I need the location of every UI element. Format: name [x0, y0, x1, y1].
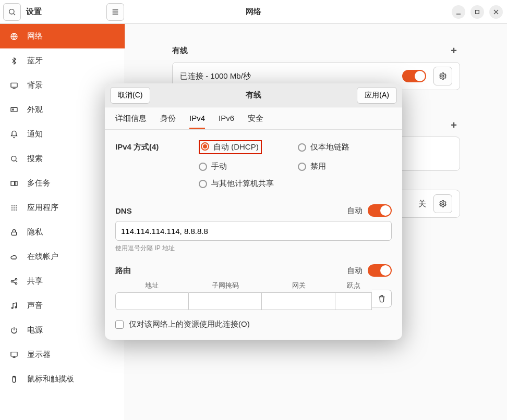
monitor-icon	[9, 350, 19, 360]
svg-rect-7	[11, 181, 15, 186]
route-auto-label: 自动	[347, 266, 363, 276]
route-gateway-input[interactable]	[262, 292, 335, 310]
app-title: 设置	[26, 7, 42, 17]
radio-manual[interactable]: 手动	[199, 162, 293, 171]
dialog-header: 取消(C) 有线 应用(A)	[105, 83, 402, 107]
radio-disable[interactable]: 禁用	[298, 162, 392, 171]
sidebar-item-label: 鼠标和触摸板	[27, 374, 74, 384]
search-button[interactable]	[3, 3, 21, 21]
globe-icon	[9, 32, 19, 41]
only-this-network-row[interactable]: 仅对该网络上的资源使用此连接(O)	[115, 319, 392, 329]
sidebar-item-bluetooth[interactable]: 蓝牙	[0, 48, 125, 73]
appearance-icon	[9, 105, 19, 115]
svg-point-13	[14, 207, 15, 208]
tab-ipv4[interactable]: IPv4	[189, 114, 205, 129]
svg-point-0	[9, 9, 14, 14]
checkbox-icon	[115, 320, 124, 329]
sidebar-item-label: 多任务	[27, 178, 51, 188]
lock-icon	[9, 228, 19, 237]
sidebar-item-mouse[interactable]: 鼠标和触摸板	[0, 367, 125, 391]
power-icon	[9, 326, 19, 335]
connection-dialog: 取消(C) 有线 应用(A) 详细信息 身份 IPv4 IPv6 安全 IPv4…	[105, 83, 402, 340]
route-mask-input[interactable]	[189, 292, 262, 310]
sidebar-item-label: 显示器	[27, 350, 51, 360]
cancel-button[interactable]: 取消(C)	[110, 87, 150, 104]
route-auto-toggle[interactable]	[368, 264, 392, 277]
hamburger-icon	[111, 8, 119, 16]
tab-identity[interactable]: 身份	[160, 114, 176, 129]
maximize-icon	[473, 8, 481, 16]
svg-point-9	[11, 205, 13, 206]
bluetooth-icon	[9, 56, 19, 66]
dialog-tabs: 详细信息 身份 IPv4 IPv6 安全	[105, 107, 402, 130]
route-title: 路由	[115, 266, 131, 276]
radio-link-local[interactable]: 仅本地链路	[298, 140, 392, 154]
route-address-input[interactable]	[115, 292, 189, 310]
radio-shared[interactable]: 与其他计算机共享	[199, 179, 293, 189]
proxy-state: 关	[418, 199, 426, 209]
bell-icon	[9, 130, 19, 139]
dns-auto-toggle[interactable]	[368, 204, 392, 217]
sidebar-item-label: 蓝牙	[27, 56, 43, 66]
radio-dhcp[interactable]: 自动 (DHCP)	[199, 140, 293, 154]
sidebar-item-label: 背景	[27, 80, 43, 90]
svg-point-5	[13, 109, 14, 110]
sidebar-item-label: 在线帐户	[27, 252, 58, 262]
svg-point-17	[16, 209, 17, 210]
tab-security[interactable]: 安全	[248, 114, 263, 129]
mouse-icon	[9, 375, 19, 384]
search-icon	[8, 8, 16, 16]
svg-point-14	[16, 207, 17, 208]
minimize-button[interactable]	[452, 5, 465, 19]
svg-point-22	[11, 307, 13, 308]
minimize-icon	[454, 8, 463, 16]
apply-button[interactable]: 应用(A)	[357, 87, 397, 104]
page-title: 网络	[246, 7, 261, 17]
dialog-title: 有线	[246, 90, 261, 100]
route-col-address: 地址	[115, 281, 189, 292]
add-wired-button[interactable]: +	[448, 45, 460, 57]
route-col-mask: 子网掩码	[189, 281, 262, 292]
svg-point-6	[11, 156, 16, 160]
sidebar-item-label: 外观	[27, 105, 43, 115]
svg-rect-24	[11, 352, 17, 356]
wired-toggle[interactable]	[402, 70, 426, 82]
svg-point-16	[14, 209, 15, 210]
cloud-icon	[9, 252, 19, 262]
wired-status: 已连接 - 1000 Mb/秒	[180, 71, 251, 81]
svg-rect-1	[476, 10, 479, 14]
close-button[interactable]	[489, 5, 503, 19]
route-table: 地址 子网掩码 网关 跃点	[115, 281, 392, 310]
svg-point-10	[14, 205, 15, 206]
tab-details[interactable]: 详细信息	[115, 114, 147, 129]
sidebar-item-network[interactable]: 网络	[0, 24, 125, 48]
sidebar-item-displays[interactable]: 显示器	[0, 342, 125, 367]
add-vpn-button[interactable]: +	[448, 119, 460, 131]
dns-hint: 使用逗号分隔 IP 地址	[115, 244, 392, 253]
wired-title: 有线	[172, 46, 188, 56]
sidebar-item-label: 电源	[27, 325, 43, 335]
svg-rect-18	[11, 232, 16, 235]
route-delete-button[interactable]	[372, 290, 392, 307]
sidebar-item-label: 通知	[27, 129, 43, 139]
svg-point-11	[16, 205, 17, 206]
sidebar-item-label: 搜索	[27, 154, 43, 164]
menu-button[interactable]	[106, 3, 124, 21]
trash-icon	[378, 294, 386, 303]
proxy-settings-button[interactable]	[433, 194, 452, 213]
sidebar-item-label: 应用程序	[27, 203, 58, 213]
maximize-button[interactable]	[470, 5, 484, 19]
ipv4-method-label: IPv4 方式(4)	[115, 140, 199, 189]
dns-input[interactable]	[115, 221, 392, 241]
dns-title: DNS	[115, 206, 132, 215]
music-icon	[9, 301, 19, 311]
tab-ipv6[interactable]: IPv6	[219, 114, 234, 129]
route-metric-input[interactable]	[335, 292, 372, 310]
multitask-icon	[9, 179, 19, 188]
sidebar-item-label: 隐私	[27, 227, 43, 237]
wired-section-head: 有线 +	[125, 45, 507, 62]
dns-auto-label: 自动	[347, 206, 363, 216]
display-icon	[9, 81, 19, 90]
wired-settings-button[interactable]	[433, 67, 452, 85]
svg-point-26	[442, 75, 444, 77]
